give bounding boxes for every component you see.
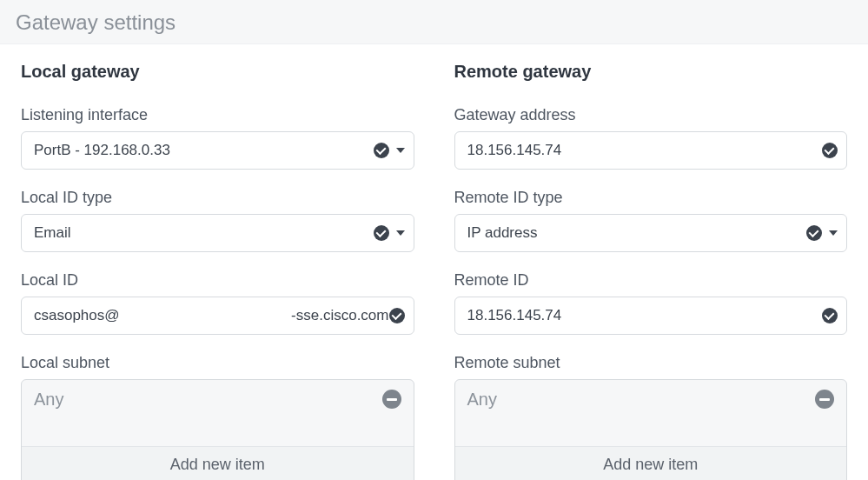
local-id-type-select[interactable]: Email: [21, 214, 414, 252]
local-subnet-field: Local subnet Any Add new item: [21, 354, 414, 480]
remove-icon[interactable]: [815, 390, 834, 409]
listening-interface-label: Listening interface: [21, 106, 414, 124]
remote-id-type-select[interactable]: IP address: [454, 214, 848, 252]
local-heading: Local gateway: [21, 62, 414, 82]
remote-subnet-value: Any: [467, 390, 816, 410]
local-id-label: Local ID: [21, 271, 414, 290]
check-icon: [806, 225, 822, 241]
remote-subnet-box: Any Add new item: [454, 379, 848, 480]
local-id-value: csasophos@ -sse.cisco.com: [34, 307, 389, 324]
remote-heading: Remote gateway: [454, 62, 848, 82]
spacer: [455, 415, 847, 446]
local-column: Local gateway Listening interface PortB …: [21, 62, 414, 480]
local-id-field: Local ID csasophos@ -sse.cisco.com: [21, 271, 414, 335]
remote-id-label: Remote ID: [454, 271, 848, 290]
gateway-panel: Local gateway Listening interface PortB …: [0, 44, 868, 480]
local-subnet-add-button[interactable]: Add new item: [22, 446, 414, 480]
local-id-type-field: Local ID type Email: [21, 189, 414, 252]
gateway-address-input[interactable]: 18.156.145.74: [454, 131, 848, 170]
check-icon: [822, 308, 838, 323]
remote-id-type-field: Remote ID type IP address: [454, 189, 848, 252]
remote-id-field: Remote ID 18.156.145.74: [454, 271, 848, 335]
chevron-down-icon: [396, 230, 405, 236]
listening-interface-field: Listening interface PortB - 192.168.0.33: [21, 106, 414, 170]
remove-icon[interactable]: [382, 390, 401, 409]
spacer: [22, 415, 414, 446]
gateway-address-value: 18.156.145.74: [467, 142, 823, 159]
local-subnet-value: Any: [34, 390, 382, 410]
remote-id-type-label: Remote ID type: [454, 189, 848, 207]
gateway-address-field: Gateway address 18.156.145.74: [454, 106, 848, 170]
local-subnet-label: Local subnet: [21, 354, 414, 372]
local-id-input[interactable]: csasophos@ -sse.cisco.com: [21, 297, 414, 335]
page-header: Gateway settings: [0, 0, 868, 44]
check-icon: [374, 225, 389, 241]
local-id-type-label: Local ID type: [21, 189, 414, 207]
remote-subnet-add-button[interactable]: Add new item: [455, 446, 847, 480]
check-icon: [374, 143, 389, 158]
chevron-down-icon: [829, 230, 838, 236]
remote-column: Remote gateway Gateway address 18.156.14…: [454, 62, 848, 480]
remote-id-input[interactable]: 18.156.145.74: [454, 297, 848, 335]
local-subnet-entry[interactable]: Any: [22, 380, 414, 415]
chevron-down-icon: [396, 148, 405, 153]
remote-subnet-field: Remote subnet Any Add new item: [454, 354, 848, 480]
remote-subnet-entry[interactable]: Any: [455, 380, 847, 415]
local-id-type-value: Email: [34, 224, 374, 242]
listening-interface-select[interactable]: PortB - 192.168.0.33: [21, 131, 414, 170]
local-subnet-box: Any Add new item: [21, 379, 414, 480]
listening-interface-value: PortB - 192.168.0.33: [34, 142, 374, 159]
remote-id-type-value: IP address: [467, 224, 807, 242]
remote-subnet-label: Remote subnet: [454, 354, 848, 372]
gateway-address-label: Gateway address: [454, 106, 848, 124]
check-icon: [389, 308, 405, 323]
remote-id-value: 18.156.145.74: [467, 307, 823, 324]
page-title: Gateway settings: [16, 10, 852, 35]
check-icon: [822, 143, 838, 158]
